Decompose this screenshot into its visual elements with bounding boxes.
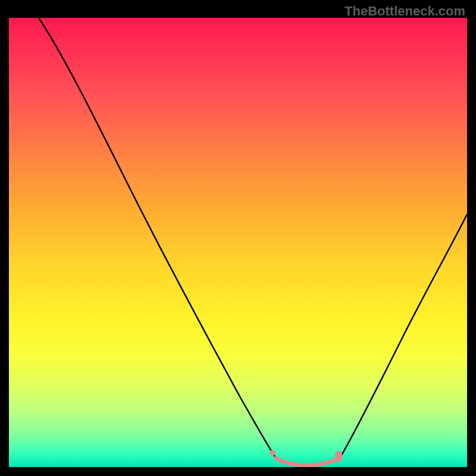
watermark-text: TheBottleneck.com — [345, 4, 465, 19]
chart-svg — [9, 18, 467, 467]
marker-right — [335, 451, 342, 462]
left-curve — [39, 18, 276, 458]
bottom-flat-segment — [276, 458, 340, 465]
marker-left — [270, 450, 275, 456]
bottom-black-border — [0, 467, 476, 476]
right-curve — [340, 214, 467, 458]
chart-plot-area — [9, 18, 467, 467]
